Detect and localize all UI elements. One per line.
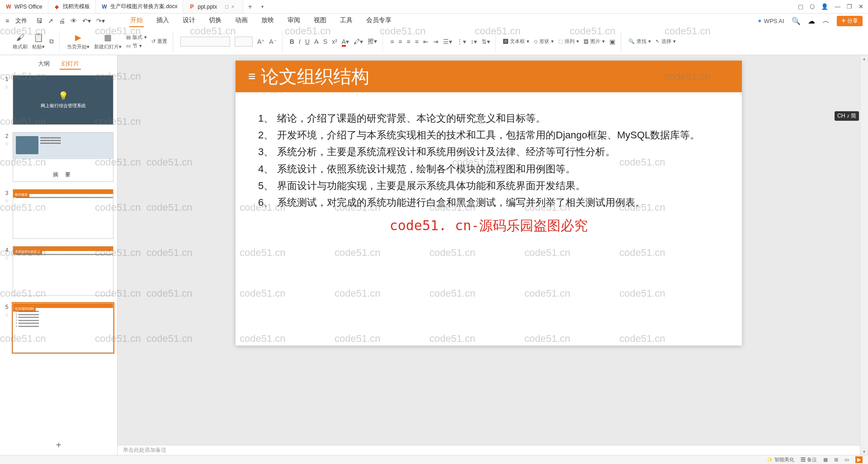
tab-view[interactable]: 视图	[313, 14, 327, 27]
view-reading-icon[interactable]: ▭	[844, 457, 849, 463]
smart-beautify[interactable]: ✨ 智能美化	[767, 456, 794, 463]
tab-insert[interactable]: 插入	[156, 14, 170, 27]
decrease-font-icon[interactable]: A⁻	[269, 38, 276, 45]
thumbnail-2[interactable]: 2☆ ■■■■■■■■■■■■■■■■■■■■■■■■■■■■■■■■■■■■■…	[4, 132, 113, 182]
window-user-icon[interactable]: 👤	[821, 3, 828, 10]
italic-icon[interactable]: I	[299, 38, 301, 45]
from-current-button[interactable]: ▶当页开始▾	[67, 33, 90, 50]
textbox-button[interactable]: 🅰文本框▾	[503, 38, 529, 45]
view-slideshow-icon[interactable]: ▶	[855, 456, 863, 463]
strikethrough-icon[interactable]: S	[323, 38, 327, 45]
tab-tools[interactable]: 工具	[339, 14, 354, 27]
search-icon[interactable]: 🔍	[792, 17, 801, 25]
notes-pane[interactable]: 单击此处添加备注	[118, 445, 860, 455]
tab-wps-office[interactable]: W WPS Office	[0, 0, 48, 13]
thumbnail-1[interactable]: 1☆ 💡 网上银行综合管理系统	[4, 75, 113, 125]
window-cube-icon[interactable]: ⬡	[810, 3, 815, 10]
notes-toggle[interactable]: ☰ 备注	[801, 456, 817, 463]
export-icon[interactable]: ↗	[48, 17, 53, 24]
format-painter-button[interactable]: 🖌格式刷	[13, 33, 28, 50]
tab-menu-button[interactable]: ▾	[257, 0, 268, 13]
close-tab-icon[interactable]: ×	[231, 4, 237, 10]
font-family-input[interactable]	[180, 37, 230, 47]
line-spacing-icon[interactable]: ↕▾	[471, 38, 477, 45]
numbering-icon[interactable]: ⋮▾	[457, 38, 466, 45]
slides-tab[interactable]: 幻灯片	[60, 59, 81, 70]
tab-window-icon[interactable]: □	[225, 4, 228, 10]
font-size-input[interactable]	[235, 37, 253, 47]
copy-icon[interactable]: ⧉	[49, 38, 54, 45]
wps-ai-button[interactable]: ✦WPS AI	[757, 18, 784, 24]
save-icon[interactable]: 🖫	[36, 17, 42, 24]
superscript-icon[interactable]: x²	[332, 38, 337, 45]
view-sorter-icon[interactable]: ⊞	[834, 457, 838, 463]
tab-start[interactable]: 开始	[129, 14, 144, 27]
underline-icon[interactable]: U	[305, 38, 310, 45]
bold-icon[interactable]: B	[290, 38, 294, 45]
align-justify-icon[interactable]: ≡	[415, 38, 419, 45]
tab-slideshow[interactable]: 放映	[260, 14, 275, 27]
maximize-icon[interactable]: ❐	[847, 3, 852, 10]
highlight-icon[interactable]: 🖍▾	[354, 38, 363, 45]
star-icon[interactable]: ☆	[5, 198, 9, 204]
select-button[interactable]: ↖选择▾	[656, 38, 676, 45]
star-icon[interactable]: ☆	[5, 312, 9, 318]
align-right-icon[interactable]: ≡	[407, 38, 410, 45]
slide-canvas[interactable]: ≡ 论文组织结构 1、绪论，介绍了课题的研究背景、本论文的研究意义和目标等。 2…	[118, 55, 860, 445]
text-direction-icon[interactable]: ⇅▾	[481, 38, 490, 45]
view-normal-icon[interactable]: ▦	[823, 457, 828, 463]
new-slide-button[interactable]: ▦新建幻灯片▾	[94, 33, 122, 50]
ime-badge[interactable]: CH ♪ 简	[835, 111, 859, 121]
file-menu[interactable]: 文件	[15, 17, 27, 25]
fill-icon[interactable]: ▣	[609, 38, 615, 45]
indent-decrease-icon[interactable]: ⇤	[423, 38, 429, 45]
preview-icon[interactable]: 👁	[71, 17, 77, 24]
increase-font-icon[interactable]: A⁺	[257, 38, 264, 45]
tab-review[interactable]: 审阅	[287, 14, 301, 27]
window-box-icon[interactable]: ▢	[798, 3, 803, 10]
star-icon[interactable]: ☆	[5, 141, 9, 147]
tab-animation[interactable]: 动画	[234, 14, 249, 27]
slide-thumb[interactable]: 论文组织结构 1. ■■■■■■■■■■■■■■■2. ■■■■■■■■■■■■…	[13, 303, 113, 353]
paste-button[interactable]: 📋粘贴▾	[32, 33, 45, 50]
clear-format-icon[interactable]: 擦▾	[368, 38, 377, 46]
find-button[interactable]: 🔍查找▾	[628, 38, 651, 45]
slide[interactable]: ≡ 论文组织结构 1、绪论，介绍了课题的研究背景、本论文的研究意义和目标等。 2…	[236, 61, 742, 346]
tab-docx[interactable]: W 生产印模图片替换方案.docx	[96, 0, 184, 13]
align-left-icon[interactable]: ≡	[390, 38, 394, 45]
slide-thumb[interactable]: ■■■■■■■■■■■■■■■■■■■■■■■■■■■■■■■■■■■■■■■■…	[13, 132, 113, 182]
slide-thumb[interactable]: 💡 网上银行综合管理系统	[13, 75, 113, 125]
indent-increase-icon[interactable]: ⇥	[433, 38, 439, 45]
slide-thumb[interactable]: 本课题研究的意义 ■■■■■■■■■■■■■■■■■■■■■■■■■■■■■■■…	[13, 246, 113, 296]
minimize-icon[interactable]: ―	[835, 3, 840, 10]
align-center-icon[interactable]: ≡	[398, 38, 402, 45]
share-button[interactable]: ✈ 分享	[837, 16, 863, 26]
tab-transition[interactable]: 切换	[208, 14, 222, 27]
reset-button[interactable]: ↺重置	[151, 38, 167, 45]
tab-pptx[interactable]: P ppt.pptx □ ×	[183, 0, 243, 13]
thumbnail-4[interactable]: 4☆ 本课题研究的意义 ■■■■■■■■■■■■■■■■■■■■■■■■■■■■…	[4, 246, 113, 296]
slide-thumb[interactable]: 研究背景 ■■■■■■■■■■■■■■■■■■■■■■■■■■■■■■■■■■■…	[13, 189, 113, 239]
arrange-button[interactable]: ⬚排列▾	[558, 38, 579, 45]
tab-design[interactable]: 设计	[182, 14, 196, 27]
bullets-icon[interactable]: ☰▾	[443, 38, 452, 45]
star-icon[interactable]: ☆	[5, 255, 9, 261]
print-icon[interactable]: 🖨	[59, 17, 65, 24]
font-color-icon[interactable]: A▾	[342, 38, 349, 45]
thumbnail-3[interactable]: 3☆ 研究背景 ■■■■■■■■■■■■■■■■■■■■■■■■■■■■■■■■…	[4, 189, 113, 239]
thumbnail-5[interactable]: 5☆ 论文组织结构 1. ■■■■■■■■■■■■■■■2. ■■■■■■■■■…	[4, 303, 113, 353]
tab-member[interactable]: 会员专享	[365, 14, 392, 27]
strike-icon[interactable]: A̶	[314, 38, 319, 45]
layout-button[interactable]: ▤版式▾	[126, 34, 147, 41]
chevron-up-icon[interactable]: ︿	[822, 16, 830, 26]
close-window-icon[interactable]: ✕	[859, 3, 863, 10]
undo-icon[interactable]: ↶▾	[82, 17, 91, 24]
thumbnail-list[interactable]: 1☆ 💡 网上银行综合管理系统 2☆ ■■■■■■■■■■■■■■■■■■■■■…	[0, 73, 117, 436]
star-icon[interactable]: ☆	[5, 84, 9, 90]
redo-icon[interactable]: ↷▾	[96, 17, 105, 24]
scroll-down-icon[interactable]: ▾	[860, 449, 868, 454]
tab-template-store[interactable]: ◆ 找稻壳模板	[48, 0, 96, 13]
add-slide-button[interactable]: +	[0, 436, 117, 455]
vertical-scrollbar[interactable]: ▴ ▾	[860, 55, 868, 455]
section-button[interactable]: ▭节▾	[126, 43, 147, 49]
